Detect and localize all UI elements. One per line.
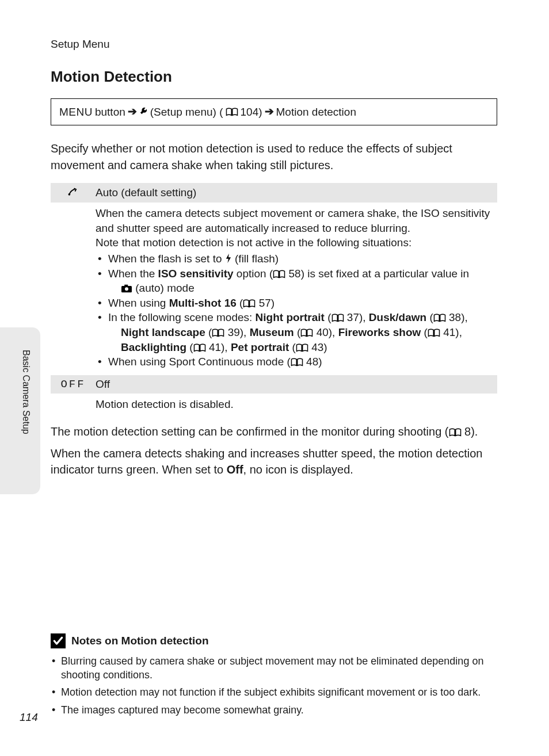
auto-bullet-3: When using Multi-shot 16 ( 57) bbox=[96, 296, 491, 311]
menu-label: MENU bbox=[59, 106, 93, 119]
para-indicator: When the camera detects shaking and incr… bbox=[51, 445, 497, 478]
page-title: Motion Detection bbox=[51, 68, 497, 86]
book-icon bbox=[428, 329, 440, 337]
book-icon bbox=[296, 343, 308, 352]
auto-bullet-4: In the following scene modes: Night port… bbox=[96, 310, 491, 354]
auto-bullet-5: When using Sport Continuous mode ( 48) bbox=[96, 354, 491, 369]
para-confirm: The motion detection setting can be conf… bbox=[51, 423, 497, 440]
motion-icon bbox=[51, 186, 96, 200]
book-icon bbox=[331, 314, 344, 322]
note-1: Blurring caused by camera shake or subje… bbox=[51, 654, 497, 682]
option-off-body: Motion detection is disabled. bbox=[51, 394, 497, 418]
svg-point-0 bbox=[68, 193, 71, 196]
breadcrumb-nav: MENU button ➔ (Setup menu) ( 104) ➔ Moti… bbox=[51, 98, 497, 125]
flash-icon bbox=[225, 253, 232, 264]
nav-dest: Motion detection bbox=[276, 106, 356, 119]
wrench-icon bbox=[139, 106, 148, 117]
section-label: Setup Menu bbox=[51, 38, 497, 51]
option-auto-header: Auto (default setting) bbox=[51, 183, 497, 203]
auto-line2: Note that motion detection is not active… bbox=[96, 235, 491, 250]
book-icon bbox=[243, 299, 256, 308]
arrow-right-icon: ➔ bbox=[265, 105, 274, 118]
auto-line1: When the camera detects subject movement… bbox=[96, 206, 491, 235]
book-icon bbox=[433, 314, 446, 322]
note-3: The images captured may become somewhat … bbox=[51, 703, 497, 717]
book-icon bbox=[291, 358, 303, 366]
book-icon bbox=[212, 329, 224, 337]
setup-ref: 104) bbox=[241, 106, 262, 119]
svg-point-3 bbox=[125, 287, 128, 291]
setup-menu-text: (Setup menu) ( bbox=[150, 106, 223, 119]
book-icon bbox=[300, 329, 313, 337]
button-word: button bbox=[95, 106, 125, 119]
book-icon bbox=[226, 108, 238, 116]
option-auto-label: Auto (default setting) bbox=[96, 186, 196, 199]
option-auto-body: When the camera detects subject movement… bbox=[51, 203, 497, 375]
page-number: 114 bbox=[20, 711, 38, 724]
check-icon bbox=[51, 633, 66, 648]
off-icon-text: OFF bbox=[51, 378, 96, 391]
svg-rect-2 bbox=[124, 285, 128, 287]
arrow-right-icon: ➔ bbox=[128, 105, 137, 118]
intro-text: Specify whether or not motion detection … bbox=[51, 140, 497, 174]
notes-block: Notes on Motion detection Blurring cause… bbox=[51, 633, 497, 720]
option-off-label: Off bbox=[96, 378, 110, 391]
auto-bullet-2: When the ISO sensitivity option ( 58) is… bbox=[96, 266, 491, 296]
note-2: Motion detection may not function if the… bbox=[51, 685, 497, 699]
option-off-header: OFF Off bbox=[51, 375, 497, 394]
notes-title-text: Notes on Motion detection bbox=[71, 635, 209, 647]
camera-icon bbox=[121, 284, 132, 293]
book-icon bbox=[193, 343, 206, 352]
book-icon bbox=[449, 428, 462, 437]
book-icon bbox=[273, 270, 285, 278]
auto-bullet-1: When the flash is set to (fill flash) bbox=[96, 251, 491, 266]
